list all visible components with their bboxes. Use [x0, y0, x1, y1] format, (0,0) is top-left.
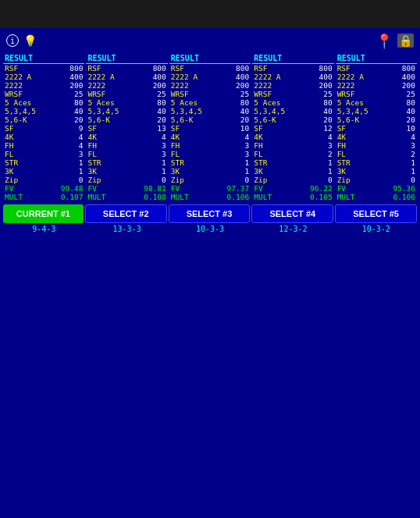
table-row: FL2: [252, 150, 333, 158]
table-row: 2222200: [3, 81, 84, 90]
row-label: SF: [254, 124, 262, 133]
row-value: 4: [328, 133, 333, 141]
row-label: 5,3,4,5: [337, 107, 368, 115]
row-value: 3: [328, 141, 333, 150]
row-label: 5 Aces: [337, 98, 364, 107]
row-label: 5,3,4,5: [87, 107, 119, 115]
row-value: 1: [244, 158, 249, 167]
row-label: Zip: [337, 176, 351, 184]
row-value: 0.108: [144, 193, 166, 201]
row-value: 0: [328, 176, 333, 184]
row-label: RSF: [5, 64, 18, 73]
table-row: Zip0: [3, 176, 84, 184]
row-value: 40: [407, 107, 415, 115]
table-row: 2222200: [252, 81, 333, 90]
row-label: 5,3,4,5: [254, 107, 285, 115]
row-label: WRSF: [254, 90, 272, 98]
pin-icon[interactable]: 📍: [376, 33, 393, 49]
row-value: 97.37: [227, 184, 250, 193]
row-value: 12: [323, 124, 332, 133]
table-row: 4K4: [336, 133, 417, 141]
table-row: STR1: [252, 158, 333, 167]
row-label: STR: [5, 158, 18, 167]
table-row: WRSF25: [336, 90, 417, 98]
table-row: MULT0.105: [252, 193, 333, 201]
info-icon[interactable]: i: [6, 34, 19, 47]
table-row: 5 Aces80: [169, 98, 251, 107]
table-row: 2222200: [86, 81, 167, 90]
row-label: WRSF: [87, 90, 105, 98]
row-label: 4K: [337, 133, 346, 141]
table-row: RSF800: [336, 64, 417, 73]
row-label: FL: [5, 150, 13, 158]
row-value: 20: [323, 115, 332, 124]
table-row: STR1: [86, 158, 167, 167]
select-button-4[interactable]: SELECT #4: [251, 204, 333, 223]
row-value: 400: [153, 73, 166, 81]
row-label: 3K: [171, 167, 180, 176]
row-value: 400: [402, 73, 415, 81]
current-button[interactable]: CURRENT #1: [3, 204, 84, 223]
table-row: MULT0.107: [3, 193, 84, 201]
select-button-5[interactable]: SELECT #5: [335, 204, 417, 223]
row-value: 4: [244, 133, 249, 141]
row-label: FV: [5, 184, 13, 193]
table-row: 2222200: [336, 81, 417, 90]
row-label: Zip: [5, 176, 18, 184]
table-row: STR1: [169, 158, 251, 167]
row-value: 1: [328, 167, 333, 176]
row-label: WRSF: [5, 90, 23, 98]
select-button-3[interactable]: SELECT #3: [169, 204, 251, 223]
row-label: FV: [254, 184, 262, 193]
row-value: 200: [402, 81, 415, 90]
row-value: 0.107: [61, 193, 84, 201]
row-label: FV: [87, 184, 96, 193]
row-label: 5 Aces: [254, 98, 280, 107]
row-label: 2222 A: [87, 73, 114, 81]
row-value: 40: [157, 107, 166, 115]
row-label: FV: [171, 184, 180, 193]
table-row: FH4: [3, 141, 84, 150]
row-value: 800: [402, 64, 415, 73]
row-label: 5,6-K: [5, 115, 27, 124]
row-value: 9: [79, 124, 84, 133]
row-label: 5,3,4,5: [171, 107, 202, 115]
row-value: 1: [162, 158, 166, 167]
table-row: 3K1: [86, 167, 167, 176]
table-row: SF10: [336, 124, 417, 133]
row-value: 96.22: [310, 184, 333, 193]
table-row: 4K4: [169, 133, 251, 141]
row-label: WRSF: [337, 90, 355, 98]
lock-icon[interactable]: 🔒: [397, 34, 414, 48]
row-label: 2222: [254, 81, 272, 90]
row-label: 2222 A: [337, 73, 364, 81]
row-label: 2222 A: [254, 73, 280, 81]
row-label: 2222 A: [171, 73, 198, 81]
row-value: 98.81: [144, 184, 166, 193]
footer-label-2: 13-3-3: [86, 225, 167, 233]
row-value: 200: [153, 81, 166, 90]
row-value: 3: [79, 150, 84, 158]
row-value: 3: [162, 150, 166, 158]
table-row: 4K4: [252, 133, 333, 141]
table-row: WRSF25: [169, 90, 251, 98]
table-row: FL2: [336, 150, 417, 158]
row-label: 4K: [5, 133, 13, 141]
table-row: 5,3,4,540: [3, 107, 84, 115]
row-value: 4: [79, 133, 84, 141]
row-value: 25: [323, 90, 332, 98]
row-value: 1: [79, 167, 84, 176]
select-button-2[interactable]: SELECT #2: [85, 204, 167, 223]
table-row: 2222 A400: [3, 73, 84, 81]
table-row: 5 Aces80: [336, 98, 417, 107]
row-label: 2222: [337, 81, 355, 90]
footer-label-3: 10-3-3: [169, 225, 251, 233]
table-row: 5,6-K20: [169, 115, 251, 124]
table-row: SF10: [169, 124, 251, 133]
table-row: RSF800: [3, 64, 84, 73]
row-label: FV: [337, 184, 346, 193]
lightbulb-icon[interactable]: 💡: [23, 34, 37, 47]
row-label: MULT: [337, 193, 355, 201]
row-value: 25: [407, 90, 415, 98]
row-value: 80: [74, 98, 83, 107]
